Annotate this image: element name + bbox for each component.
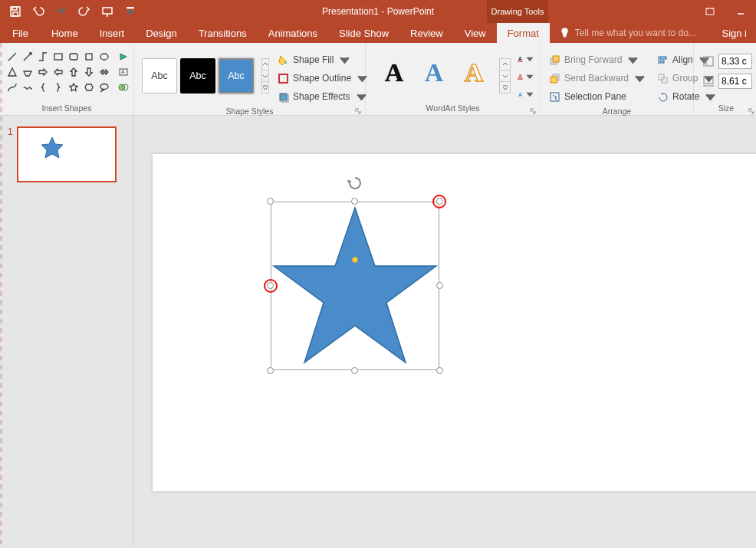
tab-insert[interactable]: Insert — [89, 23, 136, 43]
shapes-gallery[interactable] — [3, 48, 113, 96]
adjustment-handle[interactable] — [352, 257, 358, 263]
shape-style-gallery[interactable]: Abc Abc Abc — [137, 48, 258, 94]
slide-canvas[interactable] — [153, 154, 756, 491]
start-slideshow-button[interactable] — [97, 1, 118, 22]
merge-shapes-button[interactable] — [116, 80, 130, 94]
style-preset-3[interactable]: Abc — [219, 58, 254, 94]
tab-format[interactable]: Format — [497, 23, 550, 43]
text-fill-button[interactable]: A — [517, 51, 534, 67]
resize-handle-bc[interactable] — [351, 367, 358, 374]
shape-diamond-icon[interactable] — [20, 64, 35, 79]
gallery-up-icon[interactable] — [500, 59, 510, 71]
gallery-up-icon[interactable] — [262, 59, 268, 71]
shape-star-icon[interactable] — [66, 80, 81, 94]
text-outline-button[interactable]: A — [517, 68, 534, 85]
group-label: Insert Shapes — [3, 103, 130, 115]
shape-effects-button[interactable]: Shape Effects — [275, 87, 370, 106]
resize-handle-tc[interactable] — [351, 198, 358, 205]
wordart-scroll[interactable] — [499, 58, 511, 94]
resize-handle-tl[interactable] — [267, 198, 274, 205]
shape-line-arrow-icon[interactable] — [20, 49, 35, 64]
star-shape[interactable] — [271, 202, 439, 370]
qat-customize[interactable] — [120, 1, 141, 22]
redo-button[interactable] — [74, 1, 95, 22]
tab-home[interactable]: Home — [41, 23, 89, 43]
shape-arrow-leftright-icon[interactable] — [97, 64, 111, 79]
svg-text:A: A — [121, 69, 125, 74]
style-preset-1[interactable]: Abc — [142, 58, 177, 94]
wordart-preset-3[interactable]: A — [458, 58, 490, 87]
shape-arrow-left-icon[interactable] — [51, 64, 65, 79]
shape-roundrect-icon[interactable] — [66, 49, 81, 64]
bring-forward-button[interactable]: Bring Forward — [547, 51, 648, 69]
bring-forward-label: Bring Forward — [564, 54, 622, 65]
shape-line-icon[interactable] — [5, 49, 19, 64]
group-shape-styles: Abc Abc Abc Shape Fill Shape Outline — [134, 43, 366, 115]
tab-file[interactable]: File — [0, 23, 41, 43]
width-control[interactable]: 8,61 c — [702, 74, 752, 89]
text-box-button[interactable]: A — [116, 64, 130, 79]
resize-handle-mr[interactable] — [436, 282, 443, 289]
tab-animations[interactable]: Animations — [258, 23, 328, 43]
slide-thumbnail[interactable] — [17, 126, 117, 182]
signin-link[interactable]: Sign i — [712, 23, 756, 43]
tell-me-search[interactable]: Tell me what you want to do... — [550, 23, 713, 43]
shape-arrow-right-icon[interactable] — [35, 64, 50, 79]
edit-shape-button[interactable] — [116, 49, 130, 64]
height-input[interactable]: 8,33 c — [718, 54, 752, 69]
undo-dropdown[interactable] — [51, 1, 72, 22]
shape-fill-button[interactable]: Shape Fill — [275, 51, 370, 69]
gallery-down-icon[interactable] — [262, 71, 268, 82]
style-preset-2[interactable]: Abc — [180, 58, 215, 94]
shape-square-icon[interactable] — [81, 49, 96, 64]
tab-review[interactable]: Review — [399, 23, 454, 43]
tab-view[interactable]: View — [454, 23, 497, 43]
svg-text:A: A — [518, 56, 522, 61]
wordart-preset-1[interactable]: A — [378, 58, 410, 87]
shape-callout-icon[interactable] — [97, 80, 111, 94]
tab-transitions[interactable]: Transitions — [188, 23, 258, 43]
shape-outline-button[interactable]: Shape Outline — [275, 69, 370, 87]
minimize-button[interactable] — [725, 0, 756, 23]
shape-rect-icon[interactable] — [51, 49, 65, 64]
gallery-more-icon[interactable] — [262, 82, 268, 93]
dialog-launcher-icon[interactable] — [354, 104, 363, 113]
workspace: 1 — [0, 116, 756, 548]
selected-shape[interactable] — [271, 202, 439, 370]
rotation-handle[interactable] — [347, 176, 363, 191]
shape-wave-icon[interactable] — [20, 80, 35, 94]
shape-hexagon-icon[interactable] — [81, 80, 96, 94]
gallery-down-icon[interactable] — [500, 71, 510, 82]
gallery-scroll[interactable] — [261, 58, 269, 94]
svg-rect-38 — [706, 57, 713, 66]
shape-arrow-up-icon[interactable] — [66, 64, 81, 79]
height-control[interactable]: 8,33 c — [702, 54, 752, 69]
shape-oval-icon[interactable] — [97, 49, 111, 64]
text-effects-button[interactable]: A — [517, 86, 534, 103]
wordart-gallery[interactable]: A A A — [369, 48, 496, 87]
dialog-launcher-icon[interactable] — [748, 104, 756, 113]
wordart-preset-2[interactable]: A — [418, 58, 450, 87]
resize-handle-br[interactable] — [436, 367, 443, 374]
group-label: WordArt Styles — [369, 103, 537, 115]
undo-button[interactable] — [28, 1, 49, 22]
tab-design[interactable]: Design — [135, 23, 187, 43]
resize-handle-bl[interactable] — [267, 367, 274, 374]
quick-access-toolbar — [0, 1, 141, 22]
shape-curve-icon[interactable] — [5, 80, 19, 94]
shape-connector-icon[interactable] — [35, 49, 50, 64]
ribbon-options-button[interactable] — [695, 0, 725, 23]
dialog-launcher-icon[interactable] — [529, 104, 538, 113]
width-input[interactable]: 8,61 c — [718, 74, 752, 89]
shape-brace-left-icon[interactable] — [35, 80, 50, 94]
send-backward-button[interactable]: Send Backward — [547, 69, 648, 87]
gallery-more-icon[interactable] — [500, 82, 510, 93]
shape-brace-right-icon[interactable] — [51, 80, 65, 94]
shape-arrow-down-icon[interactable] — [81, 64, 96, 79]
selection-pane-button[interactable]: Selection Pane — [547, 87, 648, 106]
slide-edit-area[interactable] — [133, 116, 756, 548]
shape-outline-label: Shape Outline — [293, 73, 351, 84]
save-button[interactable] — [5, 1, 26, 22]
tab-slideshow[interactable]: Slide Show — [328, 23, 399, 43]
shape-triangle-icon[interactable] — [5, 64, 19, 79]
